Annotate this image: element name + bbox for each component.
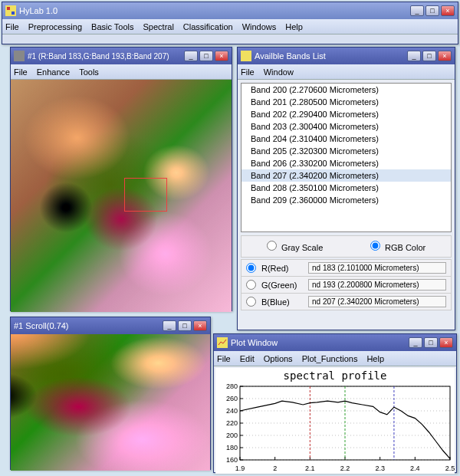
channel-green-row: G(Green) nd 193 (2.200800 Micrometers)	[242, 276, 451, 293]
close-button[interactable]: ×	[438, 51, 452, 61]
app-menubar: File Preprocessing Basic Tools Spectral …	[2, 19, 458, 34]
svg-rect-3	[14, 51, 25, 61]
image-main-menubar: File Enhance Tools	[11, 64, 232, 80]
channel-group: R(Red) nd 183 (2.101000 Micrometers) G(G…	[241, 259, 452, 310]
svg-text:180: 180	[226, 444, 238, 451]
gray-scale-label: Gray Scale	[281, 243, 323, 252]
image-main-titlebar: #1 (R:Band 183,G:Band 193,B:Band 207) _ …	[11, 48, 232, 64]
band-list-item[interactable]: Band 201 (2.280500 Micrometers)	[242, 96, 451, 108]
plot-menubar: File Edit Options Plot_Functions Help	[214, 351, 456, 366]
maximize-button[interactable]: □	[178, 320, 192, 331]
menu-classification[interactable]: Classification	[183, 22, 233, 31]
image-scroll-titlebar: #1 Scroll(0.74) _ □ ×	[11, 317, 210, 334]
rgb-color-label: RGB Color	[385, 243, 426, 252]
svg-text:220: 220	[226, 419, 238, 427]
radio-red[interactable]	[246, 263, 256, 273]
plot-window: Plot Window _ □ × File Edit Options Plot…	[213, 333, 457, 473]
bands-list[interactable]: Band 200 (2.270600 Micrometers)Band 201 …	[241, 83, 452, 232]
channel-blue-info: nd 207 (2.340200 Micrometers)	[308, 296, 446, 307]
maximize-button[interactable]: □	[424, 337, 438, 348]
close-button[interactable]: ×	[193, 320, 207, 331]
radio-blue[interactable]	[246, 297, 256, 307]
band-list-item[interactable]: Band 205 (2.320300 Micrometers)	[242, 145, 451, 157]
svg-text:280: 280	[226, 383, 238, 390]
radio-rgb-color[interactable]: RGB Color	[370, 241, 426, 252]
band-list-item[interactable]: Band 204 (2.310400 Micrometers)	[242, 133, 451, 145]
plot-title: Plot Window	[231, 338, 278, 347]
menu-preprocessing[interactable]: Preprocessing	[28, 22, 82, 31]
band-list-item[interactable]: Band 200 (2.270600 Micrometers)	[242, 84, 451, 96]
radio-green[interactable]	[246, 280, 256, 290]
menu-file[interactable]: File	[241, 67, 255, 77]
image-main-title: #1 (R:Band 183,G:Band 193,B:Band 207)	[28, 52, 169, 61]
minimize-button[interactable]: _	[409, 337, 422, 348]
channel-blue-label: B(Blue)	[261, 297, 304, 307]
display-mode-group: Gray Scale RGB Color	[241, 235, 452, 258]
menu-help[interactable]: Help	[285, 22, 303, 31]
app-titlebar: HyLab 1.0 _ □ ×	[2, 2, 458, 19]
hyperspectral-image	[11, 80, 232, 312]
minimize-button[interactable]: _	[163, 320, 176, 331]
svg-text:2.5: 2.5	[445, 465, 455, 472]
bands-menubar: File Window	[238, 64, 455, 80]
menu-help[interactable]: Help	[366, 354, 384, 363]
minimize-button[interactable]: _	[184, 51, 198, 61]
band-list-item[interactable]: Band 208 (2.350100 Micrometers)	[242, 182, 451, 194]
image-scroll-window: #1 Scroll(0.74) _ □ ×	[10, 317, 211, 470]
menu-file[interactable]: File	[217, 354, 231, 363]
band-list-item[interactable]: Band 209 (2.360000 Micrometers)	[242, 194, 451, 206]
maximize-button[interactable]: □	[426, 5, 439, 16]
band-list-item[interactable]: Band 206 (2.330200 Micrometers)	[242, 157, 451, 169]
svg-text:2: 2	[273, 465, 277, 472]
menu-window[interactable]: Window	[264, 67, 294, 77]
minimize-button[interactable]: _	[407, 51, 421, 61]
close-button[interactable]: ×	[439, 337, 453, 348]
app-icon	[5, 5, 16, 16]
svg-text:160: 160	[226, 456, 238, 464]
maximize-button[interactable]: □	[199, 51, 213, 61]
roi-box[interactable]	[124, 178, 167, 212]
menu-file[interactable]: File	[5, 22, 19, 31]
bands-panel: Availble Bands List _ □ × File Window Ba…	[237, 47, 455, 330]
svg-text:2.1: 2.1	[305, 465, 315, 472]
menu-windows[interactable]: Windows	[242, 22, 277, 31]
svg-rect-1	[7, 7, 10, 10]
svg-text:200: 200	[226, 432, 238, 439]
image-icon	[14, 51, 25, 61]
image-main-window: #1 (R:Band 183,G:Band 193,B:Band 207) _ …	[10, 47, 232, 311]
bands-title: Availble Bands List	[255, 51, 326, 61]
channel-green-info: nd 193 (2.200800 Micrometers)	[308, 279, 446, 291]
menu-options[interactable]: Options	[264, 354, 293, 363]
band-list-item[interactable]: Band 202 (2.290400 Micrometers)	[242, 108, 451, 120]
band-list-item[interactable]: Band 203 (2.300400 Micrometers)	[242, 120, 451, 133]
app-window: HyLab 1.0 _ □ × File Preprocessing Basic…	[2, 2, 458, 44]
chart-icon	[217, 337, 228, 348]
svg-text:2.2: 2.2	[340, 465, 350, 472]
svg-rect-4	[241, 51, 251, 61]
close-button[interactable]: ×	[441, 5, 455, 16]
menu-enhance[interactable]: Enhance	[37, 67, 70, 77]
list-icon	[241, 51, 251, 61]
close-button[interactable]: ×	[215, 51, 228, 61]
radio-gray-scale[interactable]: Gray Scale	[267, 241, 323, 252]
spectral-chart[interactable]: 1601802002202402602801.922.12.22.32.42.5	[215, 383, 455, 474]
svg-rect-2	[12, 11, 15, 15]
channel-red-info: nd 183 (2.101000 Micrometers)	[308, 262, 446, 274]
menu-plot-functions[interactable]: Plot_Functions	[302, 354, 358, 363]
menu-tools[interactable]: Tools	[79, 67, 99, 77]
image-scroll-viewport[interactable]	[11, 334, 210, 471]
menu-spectral[interactable]: Spectral	[143, 22, 174, 31]
svg-text:1.9: 1.9	[235, 465, 245, 472]
maximize-button[interactable]: □	[422, 51, 436, 61]
channel-red-label: R(Red)	[261, 264, 304, 273]
menu-edit[interactable]: Edit	[240, 354, 255, 363]
chart-title: spectral profile	[215, 368, 455, 383]
bands-titlebar: Availble Bands List _ □ ×	[238, 48, 455, 64]
minimize-button[interactable]: _	[410, 5, 424, 16]
svg-text:2.3: 2.3	[375, 465, 385, 472]
band-list-item[interactable]: Band 207 (2.340200 Micrometers)	[242, 169, 451, 182]
image-main-viewport[interactable]	[11, 80, 232, 312]
svg-text:240: 240	[226, 407, 238, 415]
menu-basic-tools[interactable]: Basic Tools	[91, 22, 133, 31]
menu-file[interactable]: File	[14, 67, 28, 77]
